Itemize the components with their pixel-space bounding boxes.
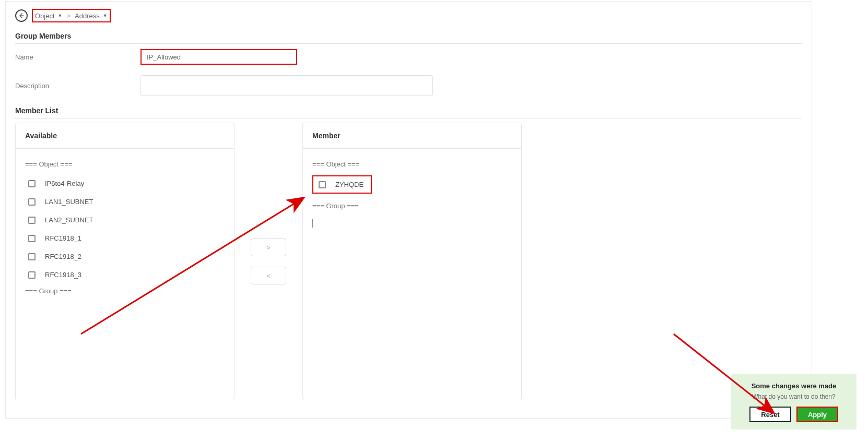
available-body: === Object === IP6to4-Relay LAN1_SUBNET … <box>16 149 234 400</box>
list-item[interactable]: LAN2_SUBNET <box>25 211 225 229</box>
available-title: Available <box>16 123 234 149</box>
list-item[interactable]: IP6to4-Relay <box>25 174 225 193</box>
name-value: IP_Allowed <box>147 53 181 61</box>
checkbox[interactable] <box>319 181 326 188</box>
item-label: RFC1918_1 <box>45 234 81 242</box>
apply-button[interactable]: Apply <box>796 407 838 422</box>
toast-sub: What do you want to do then? <box>738 393 849 400</box>
item-label: IP6to4-Relay <box>45 180 84 187</box>
breadcrumb-object-label: Object <box>35 12 55 20</box>
member-body: === Object === ZYHQDE === Group === <box>303 149 521 400</box>
arrow-left-icon <box>18 13 25 19</box>
member-panel: Member === Object === ZYHQDE === Group =… <box>302 123 522 400</box>
text-cursor <box>312 219 313 228</box>
changes-toast: Some changes were made What do you want … <box>731 374 857 430</box>
section-group-members: Group Members <box>6 27 812 43</box>
checkbox[interactable] <box>28 198 36 206</box>
toast-buttons: Reset Apply <box>738 407 849 422</box>
breadcrumb-address[interactable]: Address ▼ <box>75 12 108 20</box>
move-left-button[interactable]: < <box>251 267 286 284</box>
list-item[interactable]: LAN1_SUBNET <box>25 193 225 211</box>
item-label: LAN2_SUBNET <box>45 216 93 224</box>
group-marker: === Group === <box>312 202 512 210</box>
checkbox[interactable] <box>28 235 36 242</box>
checkbox[interactable] <box>28 180 36 187</box>
item-label: RFC1918_2 <box>45 253 81 260</box>
item-label: ZYHQDE <box>335 181 363 188</box>
breadcrumb: Object ▼ > Address ▼ <box>32 9 111 22</box>
item-label: RFC1918_3 <box>45 271 81 279</box>
page-frame: Object ▼ > Address ▼ Group Members Name … <box>5 1 812 419</box>
member-item-highlight[interactable]: ZYHQDE <box>312 175 372 194</box>
chevron-down-icon: ▼ <box>103 13 108 18</box>
topbar: Object ▼ > Address ▼ <box>6 2 812 27</box>
member-title: Member <box>303 123 521 149</box>
desc-label: Description <box>15 82 135 90</box>
move-column: > < <box>242 123 295 400</box>
section-member-list: Member List <box>6 101 812 118</box>
move-right-button[interactable]: > <box>251 239 286 256</box>
item-label: LAN1_SUBNET <box>45 198 93 206</box>
description-input[interactable] <box>140 75 433 96</box>
reset-button[interactable]: Reset <box>749 407 791 422</box>
checkbox[interactable] <box>28 217 36 224</box>
list-item[interactable]: RFC1918_1 <box>25 229 225 247</box>
object-marker: === Object === <box>312 160 512 168</box>
group-marker: === Group === <box>25 287 225 295</box>
checkbox[interactable] <box>28 271 36 279</box>
available-panel: Available === Object === IP6to4-Relay LA… <box>15 123 234 400</box>
breadcrumb-object[interactable]: Object ▼ <box>35 12 63 20</box>
list-item[interactable]: RFC1918_3 <box>25 266 225 284</box>
field-name-row: Name IP_Allowed <box>6 44 812 70</box>
object-marker: === Object === <box>25 160 225 168</box>
field-desc-row: Description <box>6 70 812 101</box>
list-item[interactable]: RFC1918_2 <box>25 247 225 266</box>
breadcrumb-address-label: Address <box>75 12 100 20</box>
name-label: Name <box>15 53 135 61</box>
back-button[interactable] <box>15 9 28 22</box>
breadcrumb-sep: > <box>67 12 71 20</box>
toast-title: Some changes were made <box>738 382 849 390</box>
checkbox[interactable] <box>28 253 36 260</box>
name-input[interactable]: IP_Allowed <box>140 49 297 65</box>
lists-area: Available === Object === IP6to4-Relay LA… <box>6 118 812 400</box>
chevron-down-icon: ▼ <box>58 13 63 18</box>
